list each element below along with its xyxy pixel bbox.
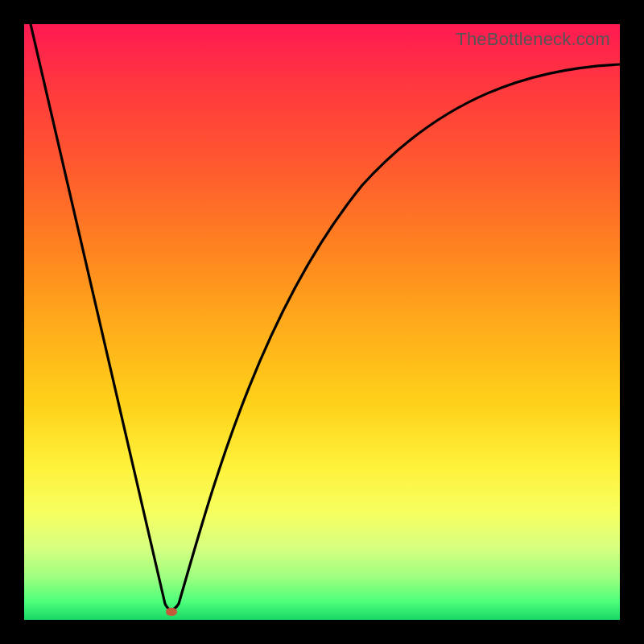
optimal-marker bbox=[166, 608, 177, 616]
plot-area: TheBottleneck.com bbox=[24, 24, 620, 620]
bottleneck-curve bbox=[24, 24, 620, 620]
chart-frame: TheBottleneck.com bbox=[0, 0, 644, 644]
curve-path bbox=[31, 24, 620, 610]
